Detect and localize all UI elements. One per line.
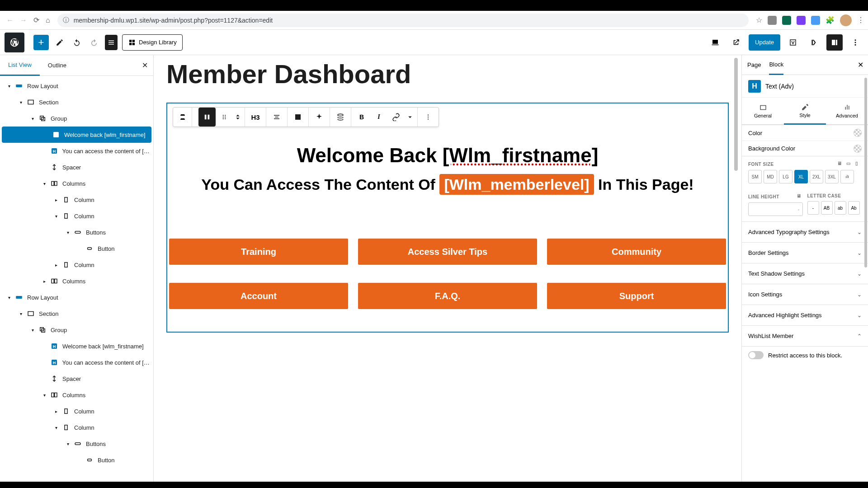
- page-title[interactable]: Member Dashboard: [166, 59, 729, 89]
- accordion-section[interactable]: Text Shadow Settings⌄: [742, 263, 868, 284]
- caret-icon[interactable]: ▾: [28, 328, 37, 333]
- link-button[interactable]: [387, 108, 405, 127]
- accordion-section[interactable]: Border Settings⌄: [742, 243, 868, 263]
- tree-item[interactable]: ▸Column: [0, 257, 153, 273]
- drag-handle-icon[interactable]: [173, 108, 192, 127]
- tree-item[interactable]: Button: [0, 240, 153, 257]
- content-button[interactable]: Account: [169, 283, 348, 309]
- desktop-preview-icon[interactable]: [707, 34, 723, 51]
- tree-item[interactable]: ▾Buttons: [0, 224, 153, 240]
- align-button[interactable]: [268, 108, 285, 127]
- letter-case-option[interactable]: AB: [821, 201, 833, 215]
- tab-outline[interactable]: Outline: [40, 55, 75, 75]
- tree-item[interactable]: ▸Columns: [0, 273, 153, 289]
- caret-icon[interactable]: ▸: [52, 197, 61, 202]
- settings-sidebar-toggle[interactable]: [826, 34, 843, 51]
- ai-button[interactable]: [311, 108, 328, 127]
- design-library-button[interactable]: Design Library: [122, 34, 183, 51]
- tree-item[interactable]: HWelcome back [wlm_firstname]: [2, 127, 151, 143]
- add-block-button[interactable]: +: [33, 35, 49, 50]
- caret-icon[interactable]: ▸: [40, 279, 49, 284]
- tab-list-view[interactable]: List View: [0, 56, 40, 76]
- close-sidebar-icon[interactable]: ✕: [858, 61, 863, 69]
- bookmark-icon[interactable]: ☆: [756, 16, 762, 24]
- external-preview-icon[interactable]: [728, 34, 744, 51]
- tab-advanced[interactable]: Advanced: [826, 98, 868, 124]
- accordion-section[interactable]: Advanced Highlight Settings⌄: [742, 305, 868, 326]
- menu-icon[interactable]: ⋮: [857, 16, 864, 24]
- selected-block-container[interactable]: H3 B I Welcome B: [166, 103, 729, 333]
- font-size-option[interactable]: 2XL: [810, 170, 823, 183]
- tree-item[interactable]: HYou can access the content of [wl...: [0, 354, 153, 371]
- font-size-option[interactable]: XL: [794, 170, 808, 183]
- bg-color-setting[interactable]: Background Color: [742, 141, 868, 156]
- extensions-icon[interactable]: 🧩: [826, 16, 835, 24]
- reload-icon[interactable]: ⟳: [33, 16, 39, 24]
- editor-canvas[interactable]: Member Dashboard H3: [154, 55, 741, 482]
- sidebar-scrollbar[interactable]: [864, 78, 867, 267]
- tree-item[interactable]: Spacer: [0, 159, 153, 175]
- close-list-view-icon[interactable]: ✕: [142, 61, 148, 70]
- wp-logo[interactable]: [5, 33, 24, 52]
- redo-button[interactable]: [88, 35, 100, 50]
- site-info-icon[interactable]: ⓘ: [63, 16, 69, 24]
- block-tree[interactable]: ▾Row Layout▾Section▾GroupHWelcome back […: [0, 76, 153, 482]
- yoast-icon[interactable]: [785, 34, 801, 51]
- update-button[interactable]: Update: [749, 34, 780, 51]
- accordion-section[interactable]: Advanced Typography Settings⌄: [742, 222, 868, 243]
- tree-item[interactable]: HWelcome back [wlm_firstname]: [0, 338, 153, 354]
- list-view-toggle[interactable]: [105, 35, 118, 50]
- tree-item[interactable]: HYou can access the content of [wl...: [0, 143, 153, 159]
- block-options-icon[interactable]: [420, 108, 437, 127]
- block-type-icon[interactable]: [198, 108, 216, 127]
- tree-item[interactable]: ▾Columns: [0, 175, 153, 192]
- edit-tool[interactable]: [53, 35, 66, 50]
- color-swatch[interactable]: [854, 129, 862, 137]
- kadence-icon[interactable]: [806, 34, 822, 51]
- home-icon[interactable]: ⌂: [46, 16, 50, 24]
- mobile-icon[interactable]: ▯: [855, 161, 862, 167]
- font-size-custom-icon[interactable]: [840, 170, 854, 183]
- caret-icon[interactable]: ▾: [16, 311, 25, 316]
- line-height-input[interactable]: -: [748, 202, 803, 216]
- tree-item[interactable]: ▾Column: [0, 208, 153, 224]
- caret-icon[interactable]: ▾: [52, 425, 61, 430]
- tab-page[interactable]: Page: [747, 55, 761, 75]
- font-size-option[interactable]: SM: [748, 170, 762, 183]
- content-button[interactable]: Access Silver Tips: [358, 239, 537, 265]
- extension-icon[interactable]: [797, 16, 806, 25]
- caret-icon[interactable]: ▾: [5, 84, 14, 89]
- extension-icon[interactable]: [811, 16, 820, 25]
- accordion-wishlist[interactable]: WishList Member⌃: [742, 326, 868, 347]
- caret-icon[interactable]: ▾: [52, 214, 61, 219]
- letter-case-option[interactable]: -: [807, 201, 819, 215]
- tree-item[interactable]: ▾Buttons: [0, 436, 153, 452]
- more-options-icon[interactable]: [847, 34, 863, 51]
- color-setting[interactable]: Color: [742, 125, 868, 141]
- back-icon[interactable]: ←: [6, 16, 14, 24]
- profile-avatar[interactable]: [840, 14, 852, 26]
- letter-case-option[interactable]: Ab: [848, 201, 860, 215]
- tree-item[interactable]: ▸Column: [0, 403, 153, 419]
- tree-item[interactable]: ▾Column: [0, 419, 153, 436]
- tree-item[interactable]: Spacer: [0, 371, 153, 387]
- content-button[interactable]: F.A.Q.: [358, 283, 537, 309]
- tablet-icon[interactable]: ▭: [846, 161, 853, 167]
- tab-general[interactable]: General: [742, 98, 784, 124]
- content-button[interactable]: Training: [169, 239, 348, 265]
- extension-icon[interactable]: [768, 16, 777, 25]
- caret-icon[interactable]: ▾: [63, 230, 72, 235]
- url-bar[interactable]: ⓘ membership-dmlu.wp1.site/wp-admin/post…: [57, 14, 749, 27]
- tree-item[interactable]: ▾Group: [0, 110, 153, 127]
- heading-block[interactable]: Welcome Back [Wlm_firstname]: [167, 144, 728, 167]
- caret-icon[interactable]: ▸: [52, 263, 61, 267]
- caret-icon[interactable]: ▾: [40, 393, 49, 398]
- content-button[interactable]: Support: [547, 283, 726, 309]
- extension-icon[interactable]: [782, 16, 791, 25]
- more-rich-text-icon[interactable]: [405, 108, 415, 127]
- device-icon[interactable]: 🖥: [797, 193, 803, 200]
- caret-icon[interactable]: ▾: [16, 100, 25, 105]
- bg-color-swatch[interactable]: [854, 145, 862, 153]
- move-handle-icon[interactable]: [216, 108, 233, 127]
- caret-icon[interactable]: ▾: [28, 116, 37, 121]
